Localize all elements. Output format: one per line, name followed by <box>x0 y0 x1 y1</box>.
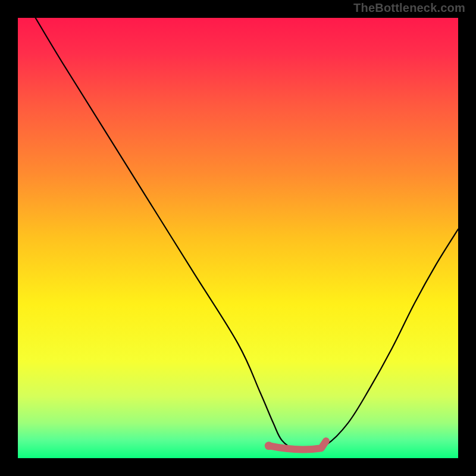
optimal-range-marker <box>269 441 326 449</box>
chart-canvas: TheBottleneck.com <box>0 0 476 476</box>
curve-layer <box>18 18 458 458</box>
watermark-text: TheBottleneck.com <box>353 1 465 15</box>
optimal-start-dot <box>265 441 273 450</box>
bottleneck-curve <box>36 18 458 450</box>
plot-area <box>18 18 458 458</box>
